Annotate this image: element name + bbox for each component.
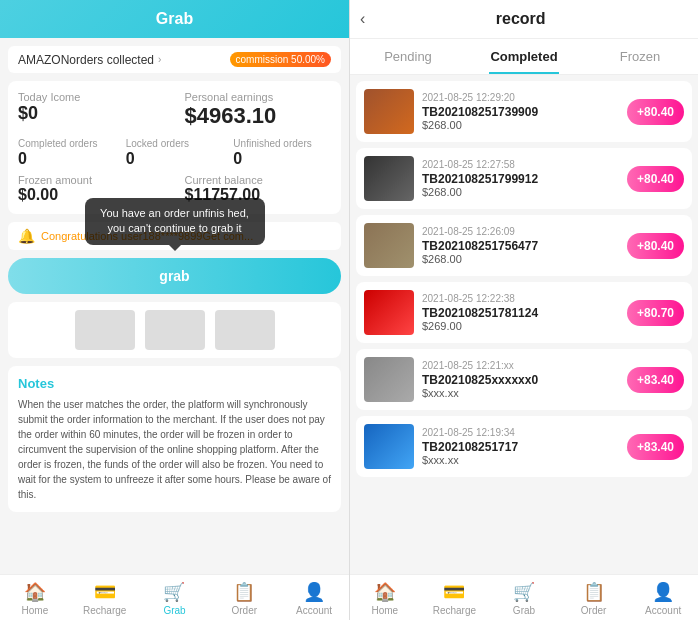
r-recharge-icon: 💳 (443, 581, 465, 603)
amazon-bar-label: AMAZONorders collected › (18, 53, 161, 67)
r-recharge-label: Recharge (433, 605, 476, 616)
completed-orders: Completed orders 0 (18, 137, 116, 168)
tabs-row: Pending Completed Frozen (350, 39, 698, 75)
list-item[interactable]: 2021-08-25 12:21:xx TB20210825xxxxxx0 $x… (356, 349, 692, 410)
right-panel: ‹ record Pending Completed Frozen 2021-0… (349, 0, 698, 620)
r-home-icon: 🏠 (374, 581, 396, 603)
back-arrow-icon[interactable]: ‹ (360, 10, 365, 28)
tooltip-box: You have an order unfinis hed, you can't… (85, 198, 265, 245)
grab-button[interactable]: grab (8, 258, 341, 294)
list-item[interactable]: 2021-08-25 12:26:09 TB202108251756477 $2… (356, 215, 692, 276)
record-info-4: 2021-08-25 12:22:38 TB202108251781124 $2… (422, 293, 619, 332)
nav-recharge[interactable]: 💳 Recharge (70, 581, 140, 616)
nav-recharge-label: Recharge (83, 605, 126, 616)
notes-section: Notes When the user matches the order, t… (8, 366, 341, 512)
nav-grab[interactable]: 🛒 Grab (140, 581, 210, 616)
amazon-bar[interactable]: AMAZONorders collected › commission 50.0… (8, 46, 341, 73)
r-account-icon: 👤 (652, 581, 674, 603)
account-icon: 👤 (303, 581, 325, 603)
record-amount-6: +83.40 (627, 434, 684, 460)
chevron-icon: › (158, 54, 161, 65)
nav-account[interactable]: 👤 Account (279, 581, 349, 616)
order-image-3 (215, 310, 275, 350)
record-amount-5: +83.40 (627, 367, 684, 393)
notes-text: When the user matches the order, the pla… (18, 397, 331, 502)
record-amount-2: +80.40 (627, 166, 684, 192)
record-image-6 (364, 424, 414, 469)
right-header: ‹ record (350, 0, 698, 39)
r-nav-order[interactable]: 📋 Order (559, 581, 629, 616)
record-amount-1: +80.40 (627, 99, 684, 125)
r-nav-recharge[interactable]: 💳 Recharge (420, 581, 490, 616)
order-image-1 (75, 310, 135, 350)
r-nav-grab[interactable]: 🛒 Grab (489, 581, 559, 616)
record-info-1: 2021-08-25 12:29:20 TB202108251739909 $2… (422, 92, 619, 131)
list-item[interactable]: 2021-08-25 12:19:34 TB202108251717 $xxx.… (356, 416, 692, 477)
notes-title: Notes (18, 376, 331, 391)
r-order-label: Order (581, 605, 607, 616)
record-image-2 (364, 156, 414, 201)
record-info-6: 2021-08-25 12:19:34 TB202108251717 $xxx.… (422, 427, 619, 466)
record-image-4 (364, 290, 414, 335)
grab-section: You have an order unfinis hed, you can't… (8, 258, 341, 294)
personal-earnings: Personal earnings $4963.10 (185, 91, 332, 129)
order-icon: 📋 (233, 581, 255, 603)
list-item[interactable]: 2021-08-25 12:27:58 TB202108251799912 $2… (356, 148, 692, 209)
locked-orders: Locked orders 0 (126, 137, 224, 168)
record-amount-3: +80.40 (627, 233, 684, 259)
nav-home-label: Home (22, 605, 49, 616)
tab-pending[interactable]: Pending (350, 39, 466, 74)
record-image-5 (364, 357, 414, 402)
record-image-1 (364, 89, 414, 134)
stats-section: Today Icome $0 Personal earnings $4963.1… (8, 81, 341, 214)
commission-badge: commission 50.00% (230, 52, 331, 67)
today-income: Today Icome $0 (18, 91, 165, 129)
list-item[interactable]: 2021-08-25 12:29:20 TB202108251739909 $2… (356, 81, 692, 142)
left-title: Grab (156, 10, 193, 27)
order-stats-row: Completed orders 0 Locked orders 0 Unfin… (18, 137, 331, 168)
home-icon: 🏠 (24, 581, 46, 603)
left-header: Grab (0, 0, 349, 38)
order-image-2 (145, 310, 205, 350)
income-earnings-row: Today Icome $0 Personal earnings $4963.1… (18, 91, 331, 129)
nav-order-label: Order (232, 605, 258, 616)
records-list: 2021-08-25 12:29:20 TB202108251739909 $2… (350, 75, 698, 574)
nav-account-label: Account (296, 605, 332, 616)
record-amount-4: +80.70 (627, 300, 684, 326)
tab-completed[interactable]: Completed (466, 39, 582, 74)
right-title: record (373, 10, 668, 28)
record-info-3: 2021-08-25 12:26:09 TB202108251756477 $2… (422, 226, 619, 265)
nav-home[interactable]: 🏠 Home (0, 581, 70, 616)
right-bottom-nav: 🏠 Home 💳 Recharge 🛒 Grab 📋 Order 👤 Accou… (350, 574, 698, 620)
record-info-2: 2021-08-25 12:27:58 TB202108251799912 $2… (422, 159, 619, 198)
record-info-5: 2021-08-25 12:21:xx TB20210825xxxxxx0 $x… (422, 360, 619, 399)
unfinished-orders: Unfinished orders 0 (233, 137, 331, 168)
nav-order[interactable]: 📋 Order (209, 581, 279, 616)
tab-frozen[interactable]: Frozen (582, 39, 698, 74)
record-image-3 (364, 223, 414, 268)
nav-grab-label: Grab (163, 605, 185, 616)
speaker-icon: 🔔 (18, 228, 35, 244)
recharge-icon: 💳 (94, 581, 116, 603)
r-account-label: Account (645, 605, 681, 616)
r-order-icon: 📋 (583, 581, 605, 603)
left-panel: Grab AMAZONorders collected › commission… (0, 0, 349, 620)
r-grab-icon: 🛒 (513, 581, 535, 603)
grab-icon: 🛒 (163, 581, 185, 603)
list-item[interactable]: 2021-08-25 12:22:38 TB202108251781124 $2… (356, 282, 692, 343)
r-grab-label: Grab (513, 605, 535, 616)
r-nav-account[interactable]: 👤 Account (628, 581, 698, 616)
left-content: AMAZONorders collected › commission 50.0… (0, 38, 349, 574)
r-nav-home[interactable]: 🏠 Home (350, 581, 420, 616)
r-home-label: Home (371, 605, 398, 616)
order-image-section (8, 302, 341, 358)
left-bottom-nav: 🏠 Home 💳 Recharge 🛒 Grab 📋 Order 👤 Accou… (0, 574, 349, 620)
